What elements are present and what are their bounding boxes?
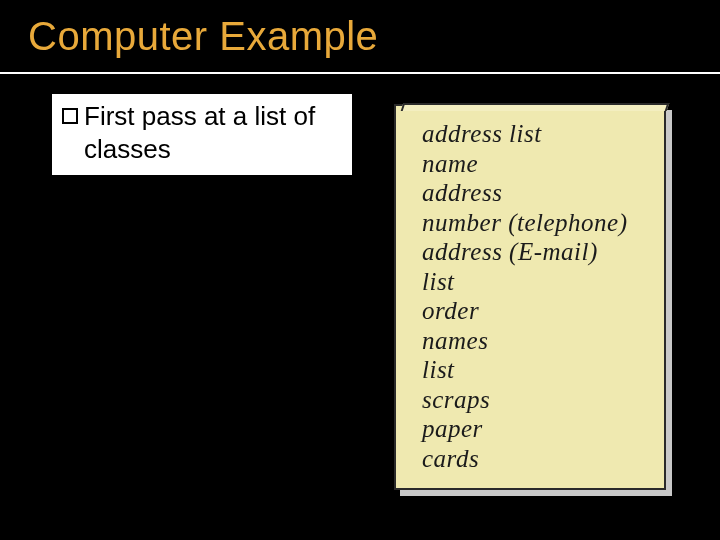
note-line: address (E-mail) — [422, 238, 644, 266]
note-line: scraps — [422, 386, 644, 414]
note-line: paper — [422, 415, 644, 443]
title-underline — [0, 72, 720, 74]
note-line: names — [422, 327, 644, 355]
note-line: address list — [422, 120, 644, 148]
notepad-page: address list name address number (teleph… — [394, 104, 666, 490]
slide: Computer Example First pass at a list of… — [0, 0, 720, 540]
note-line: list — [422, 268, 644, 296]
slide-title: Computer Example — [28, 14, 378, 59]
note-line: name — [422, 150, 644, 178]
note-line: cards — [422, 445, 644, 473]
notepad-top-edge — [401, 103, 670, 111]
square-bullet-icon — [62, 108, 78, 124]
notepad-lines: address list name address number (teleph… — [422, 120, 644, 472]
note-line: address — [422, 179, 644, 207]
note-line: order — [422, 297, 644, 325]
bullet-text: First pass at a list of classes — [84, 100, 342, 165]
note-line: number (telephone) — [422, 209, 644, 237]
body-text-block: First pass at a list of classes — [52, 94, 352, 175]
bullet-item: First pass at a list of classes — [62, 100, 342, 165]
notepad: address list name address number (teleph… — [394, 104, 666, 490]
note-line: list — [422, 356, 644, 384]
